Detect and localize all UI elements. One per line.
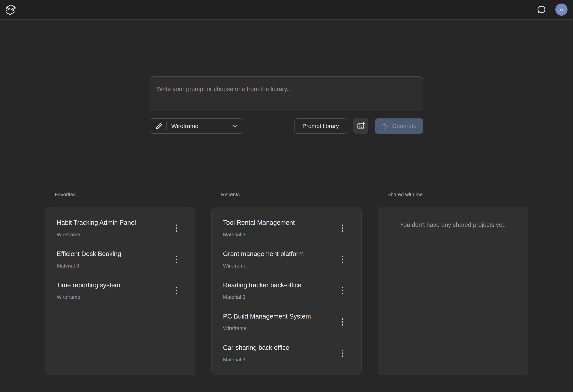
recents-section-label: Recents [221,191,362,198]
attach-image-button[interactable] [353,119,368,134]
project-type: Material 3 [57,262,121,269]
kebab-vertical-icon [176,256,177,257]
avatar-initial: A [559,6,563,13]
generate-label: Generate [392,123,416,129]
kebab-vertical-icon [342,287,343,289]
avatar[interactable]: A [555,3,568,16]
chat-bubble-icon [537,5,546,14]
chevron-down-icon [232,124,237,128]
project-list-item[interactable]: Tool Rental Management Material 3 [212,218,361,238]
project-menu-button[interactable] [338,282,347,299]
selected-style-label: Wireframe [171,123,232,129]
shared-empty-message: You don't have any shared projects yet. [378,218,528,228]
project-title: Grant management platform [223,250,304,258]
project-menu-button[interactable] [338,314,347,330]
project-menu-button[interactable] [172,282,181,299]
project-text: Car-sharing back office Material 3 [223,343,289,363]
favorites-column: Favorites Habit Tracking Admin Panel Wir… [45,191,195,375]
kebab-vertical-icon [176,287,177,289]
project-list-item[interactable]: Habit Tracking Admin Panel Wireframe [45,218,195,238]
project-menu-button[interactable] [338,345,347,361]
project-title: Car-sharing back office [223,343,289,352]
project-menu-button[interactable] [338,251,347,268]
generate-button[interactable]: Generate [375,119,423,134]
project-title: Tool Rental Management [223,218,295,227]
project-type: Material 3 [223,231,295,238]
project-menu-button[interactable] [338,220,347,236]
project-text: Habit Tracking Admin Panel Wireframe [57,218,136,238]
kebab-vertical-icon [342,318,343,320]
feedback-chat-button[interactable] [537,5,546,14]
project-text: Reading tracker back-office Material 3 [223,281,301,300]
shared-section-label: Shared with me [387,191,528,198]
project-text: Time reporting system Wireframe [57,281,120,300]
project-type: Material 3 [223,356,289,363]
kebab-vertical-icon [342,350,343,351]
prompt-library-button[interactable]: Prompt library [294,119,347,134]
project-type: Wireframe [57,294,120,300]
style-selector-dropdown[interactable]: Wireframe [150,119,243,134]
recents-column: Recents Tool Rental Management Material … [211,191,362,375]
favorites-section-label: Favorites [55,191,195,198]
project-title: Habit Tracking Admin Panel [57,218,136,227]
project-list-item[interactable]: Time reporting system Wireframe [45,281,195,300]
header-actions: A [537,3,568,16]
sparkles-icon [381,122,389,130]
kebab-vertical-icon [342,224,343,226]
project-menu-button[interactable] [172,251,181,268]
image-add-icon [357,122,365,130]
stacked-layers-logo-icon [6,4,16,15]
project-type: Wireframe [223,262,304,269]
app-logo[interactable] [5,4,17,16]
prompt-section: Wireframe Prompt library [150,76,423,134]
recents-card: Tool Rental Management Material 3 Grant … [211,207,362,375]
shared-column: Shared with me You don't have any shared… [378,191,528,375]
project-text: Tool Rental Management Material 3 [223,218,295,238]
prompt-controls: Wireframe Prompt library [150,119,423,134]
project-list-item[interactable]: PC Build Management System Wireframe [212,312,361,332]
top-bar: A [0,0,573,19]
kebab-vertical-icon [176,224,177,226]
project-list-item[interactable]: Grant management platform Wireframe [212,250,361,269]
projects-area: Favorites Habit Tracking Admin Panel Wir… [45,191,528,375]
project-title: PC Build Management System [223,312,311,321]
project-list-item[interactable]: Efficient Desk Booking Material 3 [45,250,195,269]
project-title: Time reporting system [57,281,120,290]
project-type: Wireframe [57,231,136,238]
prompt-input[interactable] [150,76,423,111]
project-list-item[interactable]: Car-sharing back office Material 3 [212,343,361,363]
kebab-vertical-icon [342,256,343,257]
project-title: Reading tracker back-office [223,281,301,290]
project-text: Efficient Desk Booking Material 3 [57,250,121,269]
project-title: Efficient Desk Booking [57,250,121,258]
design-tools-icon [155,122,163,130]
project-list-item[interactable]: Reading tracker back-office Material 3 [212,281,361,300]
favorites-card: Habit Tracking Admin Panel Wireframe Eff… [45,207,195,375]
project-type: Wireframe [223,325,311,332]
selector-divider [166,122,167,130]
shared-card: You don't have any shared projects yet. [378,207,528,375]
project-type: Material 3 [223,294,301,300]
project-menu-button[interactable] [172,220,181,236]
project-text: Grant management platform Wireframe [223,250,304,269]
project-text: PC Build Management System Wireframe [223,312,311,332]
